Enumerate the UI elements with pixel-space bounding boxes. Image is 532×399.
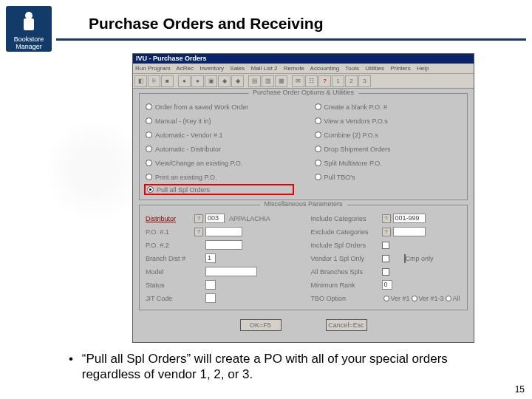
menu-item[interactable]: Run Program — [135, 65, 171, 72]
toolbar-button[interactable]: ◆ — [231, 75, 244, 87]
toolbar-button[interactable]: ▣ — [205, 75, 217, 87]
misc-group-title: Miscellaneous Parameters — [259, 200, 347, 208]
background-watermark — [43, 118, 146, 222]
app-window: IVU - Purchase Orders Run Program AcRec … — [132, 53, 474, 343]
option-radio[interactable]: Combine (2) P.O.s — [315, 129, 462, 140]
slide-title: Purchase Orders and Receiving — [89, 15, 323, 33]
include-spl-checkbox[interactable] — [382, 242, 389, 249]
status-input[interactable] — [205, 280, 216, 290]
tbo-radio[interactable] — [383, 296, 389, 301]
toolbar-button[interactable]: ▦ — [275, 75, 287, 87]
all-branches-checkbox[interactable] — [382, 268, 389, 276]
ok-button[interactable]: OK=F5 — [240, 319, 282, 331]
include-cat-input[interactable]: 001-999 — [393, 214, 426, 223]
toolbar-button[interactable]: ● — [191, 75, 204, 87]
menu-item[interactable]: Accounting — [310, 65, 340, 72]
slide-bullet: • “Pull all Spl Orders” will create a PO… — [64, 351, 510, 383]
menu-item[interactable]: Inventory — [200, 65, 224, 72]
option-radio[interactable]: Order from a saved Work Order — [146, 101, 293, 112]
dialog-buttons: OK=F5 Cancel=Esc — [133, 315, 474, 334]
toolbar-button[interactable]: 1 — [332, 75, 344, 87]
option-radio[interactable]: Automatic - Distributor — [146, 143, 293, 154]
distributor-code-input[interactable]: 003 — [205, 214, 225, 223]
lookup-button[interactable]: ? — [382, 228, 391, 236]
toolbar-button[interactable]: 3 — [358, 75, 371, 87]
po1-input[interactable] — [205, 227, 242, 236]
menu-item[interactable]: Utilities — [365, 65, 384, 72]
toolbar-button[interactable]: ▥ — [262, 75, 274, 87]
jit-input[interactable] — [205, 293, 216, 303]
toolbar-button[interactable]: ? — [318, 75, 331, 87]
lookup-button[interactable]: ? — [194, 214, 203, 223]
toolbar-button[interactable]: ◧ — [134, 75, 147, 87]
tbo-radio[interactable] — [446, 296, 451, 301]
menu-item[interactable]: Mail List 2 — [251, 65, 278, 72]
page-number: 15 — [515, 384, 525, 395]
po2-input[interactable] — [205, 240, 242, 250]
misc-group: Miscellaneous Parameters Distributor ? 0… — [139, 205, 468, 310]
toolbar-button[interactable]: ◆ — [218, 75, 231, 87]
option-radio-pull-spl[interactable]: Pull all Spl Orders — [144, 184, 294, 195]
toolbar-button[interactable]: ● — [178, 75, 191, 87]
option-radio[interactable]: View a Vendors P.O.s — [315, 115, 462, 126]
menu-item[interactable]: Printers — [390, 65, 411, 72]
branch-input[interactable]: 1 — [205, 253, 216, 263]
distributor-name: APPALACHIA — [229, 215, 270, 222]
option-radio[interactable]: Manual - (Key it in) — [146, 115, 293, 126]
menu-item[interactable]: Tools — [345, 65, 359, 72]
menu-item[interactable]: Help — [417, 65, 429, 72]
option-radio[interactable]: Create a blank P.O. # — [315, 101, 462, 112]
model-input[interactable] — [205, 267, 257, 276]
option-radio[interactable]: Pull TBO's — [315, 171, 462, 183]
exclude-cat-input[interactable] — [393, 227, 426, 236]
logo-figure — [6, 6, 52, 35]
options-group-title: Purchase Order Options & Utilities — [248, 89, 358, 96]
options-group: Purchase Order Options & Utilities Order… — [139, 93, 468, 200]
toolbar-button[interactable]: ✉ — [292, 75, 304, 87]
menu-item[interactable]: Remote — [284, 65, 304, 72]
option-radio[interactable]: Automatic - Vendor #.1 — [146, 129, 293, 140]
logo-text-1: Bookstore — [6, 35, 52, 43]
toolbar: ◧ ⎘ ■ ● ● ▣ ◆ ◆ ▤ ▥ ▦ ✉ ☷ ? 1 2 3 — [133, 74, 474, 89]
brand-logo: Bookstore Manager — [6, 6, 52, 52]
toolbar-button[interactable]: ⎘ — [148, 75, 160, 87]
menu-item[interactable]: Sales — [230, 65, 245, 72]
cancel-button[interactable]: Cancel=Esc — [326, 319, 367, 331]
option-radio[interactable]: Print an existing P.O. — [146, 171, 293, 183]
lookup-button[interactable]: ? — [382, 214, 391, 223]
bullet-icon: • — [64, 351, 78, 366]
toolbar-button[interactable]: ☷ — [305, 75, 318, 87]
lookup-button[interactable]: ? — [194, 228, 203, 236]
toolbar-button[interactable]: ■ — [161, 75, 174, 87]
option-radio[interactable]: View/Change an existing P.O. — [146, 157, 293, 168]
menu-item[interactable]: AcRec — [176, 65, 194, 72]
option-radio[interactable]: Drop Shipment Orders — [315, 143, 462, 154]
toolbar-button[interactable]: 2 — [345, 75, 358, 87]
vendor1-only-checkbox[interactable] — [382, 255, 389, 262]
bullet-text: “Pull all Spl Orders” will create a PO w… — [82, 351, 506, 383]
menubar[interactable]: Run Program AcRec Inventory Sales Mail L… — [133, 64, 474, 74]
title-underline — [56, 38, 526, 41]
distributor-field: Distributor ? 003 APPALACHIA — [146, 213, 296, 224]
logo-text-2: Manager — [6, 43, 52, 50]
window-titlebar: IVU - Purchase Orders — [133, 54, 474, 64]
minrank-input[interactable]: 0 — [382, 280, 392, 290]
option-radio[interactable]: Split Multistore P.O. — [315, 157, 462, 168]
toolbar-button[interactable]: ▤ — [248, 75, 261, 87]
tbo-radio[interactable] — [412, 296, 417, 301]
